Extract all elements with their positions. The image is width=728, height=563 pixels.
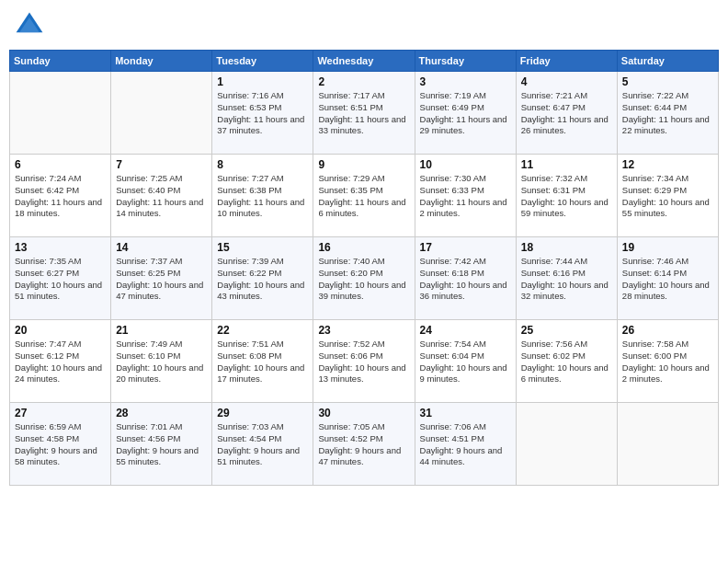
calendar-cell: 28Sunrise: 7:01 AM Sunset: 4:56 PM Dayli…	[111, 403, 212, 486]
day-number: 3	[420, 75, 511, 88]
calendar-cell: 7Sunrise: 7:25 AM Sunset: 6:40 PM Daylig…	[111, 155, 212, 237]
day-number: 29	[217, 407, 308, 419]
calendar-cell: 20Sunrise: 7:47 AM Sunset: 6:12 PM Dayli…	[10, 320, 111, 403]
day-content: Sunrise: 7:24 AM Sunset: 6:42 PM Dayligh…	[15, 173, 106, 220]
day-number: 25	[521, 324, 612, 337]
calendar-cell: 26Sunrise: 7:58 AM Sunset: 6:00 PM Dayli…	[617, 320, 718, 403]
calendar-cell	[10, 72, 111, 155]
calendar-cell: 19Sunrise: 7:46 AM Sunset: 6:14 PM Dayli…	[617, 237, 718, 320]
day-number: 11	[521, 158, 612, 171]
day-number: 14	[116, 241, 207, 254]
week-row-1: 1Sunrise: 7:16 AM Sunset: 6:53 PM Daylig…	[10, 72, 719, 155]
day-number: 13	[15, 241, 106, 254]
day-content: Sunrise: 7:25 AM Sunset: 6:40 PM Dayligh…	[116, 173, 207, 220]
day-content: Sunrise: 7:17 AM Sunset: 6:51 PM Dayligh…	[318, 90, 409, 137]
day-content: Sunrise: 7:42 AM Sunset: 6:18 PM Dayligh…	[420, 256, 511, 303]
day-number: 2	[318, 75, 409, 88]
calendar-cell: 16Sunrise: 7:40 AM Sunset: 6:20 PM Dayli…	[313, 237, 415, 320]
day-number: 30	[318, 407, 409, 419]
day-content: Sunrise: 7:34 AM Sunset: 6:29 PM Dayligh…	[622, 173, 713, 220]
day-content: Sunrise: 7:40 AM Sunset: 6:20 PM Dayligh…	[318, 256, 409, 303]
day-content: Sunrise: 7:06 AM Sunset: 4:51 PM Dayligh…	[420, 421, 511, 468]
calendar-cell: 15Sunrise: 7:39 AM Sunset: 6:22 PM Dayli…	[212, 237, 313, 320]
day-content: Sunrise: 7:37 AM Sunset: 6:25 PM Dayligh…	[116, 256, 207, 303]
calendar-cell: 13Sunrise: 7:35 AM Sunset: 6:27 PM Dayli…	[10, 237, 111, 320]
day-content: Sunrise: 7:47 AM Sunset: 6:12 PM Dayligh…	[15, 339, 106, 385]
day-content: Sunrise: 7:29 AM Sunset: 6:35 PM Dayligh…	[318, 173, 409, 220]
calendar-cell: 18Sunrise: 7:44 AM Sunset: 6:16 PM Dayli…	[516, 237, 617, 320]
day-content: Sunrise: 6:59 AM Sunset: 4:58 PM Dayligh…	[15, 421, 106, 468]
day-number: 15	[217, 241, 308, 254]
calendar-cell: 3Sunrise: 7:19 AM Sunset: 6:49 PM Daylig…	[415, 72, 516, 155]
day-number: 17	[420, 241, 511, 254]
calendar-cell: 14Sunrise: 7:37 AM Sunset: 6:25 PM Dayli…	[111, 237, 212, 320]
weekday-header-row: SundayMondayTuesdayWednesdayThursdayFrid…	[10, 51, 719, 72]
calendar-cell: 5Sunrise: 7:22 AM Sunset: 6:44 PM Daylig…	[617, 72, 718, 155]
day-number: 21	[116, 324, 207, 337]
day-content: Sunrise: 7:54 AM Sunset: 6:04 PM Dayligh…	[420, 339, 511, 385]
day-content: Sunrise: 7:35 AM Sunset: 6:27 PM Dayligh…	[15, 256, 106, 303]
calendar-cell: 29Sunrise: 7:03 AM Sunset: 4:54 PM Dayli…	[212, 403, 313, 486]
calendar-cell: 8Sunrise: 7:27 AM Sunset: 6:38 PM Daylig…	[212, 155, 313, 237]
calendar-cell: 17Sunrise: 7:42 AM Sunset: 6:18 PM Dayli…	[415, 237, 516, 320]
day-number: 8	[217, 158, 308, 171]
day-number: 7	[116, 158, 207, 171]
day-content: Sunrise: 7:58 AM Sunset: 6:00 PM Dayligh…	[622, 339, 713, 385]
week-row-3: 13Sunrise: 7:35 AM Sunset: 6:27 PM Dayli…	[10, 237, 719, 320]
week-row-4: 20Sunrise: 7:47 AM Sunset: 6:12 PM Dayli…	[10, 320, 719, 403]
calendar-cell: 10Sunrise: 7:30 AM Sunset: 6:33 PM Dayli…	[415, 155, 516, 237]
day-content: Sunrise: 7:19 AM Sunset: 6:49 PM Dayligh…	[420, 90, 511, 137]
day-number: 1	[217, 75, 308, 88]
day-content: Sunrise: 7:03 AM Sunset: 4:54 PM Dayligh…	[217, 421, 308, 468]
calendar-cell	[516, 403, 617, 486]
day-number: 24	[420, 324, 511, 337]
day-number: 16	[318, 241, 409, 254]
day-content: Sunrise: 7:27 AM Sunset: 6:38 PM Dayligh…	[217, 173, 308, 220]
day-number: 6	[15, 158, 106, 171]
calendar-cell: 12Sunrise: 7:34 AM Sunset: 6:29 PM Dayli…	[617, 155, 718, 237]
day-content: Sunrise: 7:30 AM Sunset: 6:33 PM Dayligh…	[420, 173, 511, 220]
calendar-cell	[617, 403, 718, 486]
calendar-cell: 23Sunrise: 7:52 AM Sunset: 6:06 PM Dayli…	[313, 320, 415, 403]
weekday-header-thursday: Thursday	[415, 51, 516, 72]
week-row-5: 27Sunrise: 6:59 AM Sunset: 4:58 PM Dayli…	[10, 403, 719, 486]
day-number: 28	[116, 407, 207, 419]
day-number: 12	[622, 158, 713, 171]
calendar-cell: 6Sunrise: 7:24 AM Sunset: 6:42 PM Daylig…	[10, 155, 111, 237]
calendar-cell: 24Sunrise: 7:54 AM Sunset: 6:04 PM Dayli…	[415, 320, 516, 403]
calendar-cell: 4Sunrise: 7:21 AM Sunset: 6:47 PM Daylig…	[516, 72, 617, 155]
day-content: Sunrise: 7:49 AM Sunset: 6:10 PM Dayligh…	[116, 339, 207, 385]
calendar-cell: 9Sunrise: 7:29 AM Sunset: 6:35 PM Daylig…	[313, 155, 415, 237]
day-content: Sunrise: 7:39 AM Sunset: 6:22 PM Dayligh…	[217, 256, 308, 303]
calendar-table: SundayMondayTuesdayWednesdayThursdayFrid…	[9, 50, 719, 486]
calendar-cell: 22Sunrise: 7:51 AM Sunset: 6:08 PM Dayli…	[212, 320, 313, 403]
day-number: 10	[420, 158, 511, 171]
calendar-cell: 11Sunrise: 7:32 AM Sunset: 6:31 PM Dayli…	[516, 155, 617, 237]
day-number: 20	[15, 324, 106, 337]
weekday-header-monday: Monday	[111, 51, 212, 72]
calendar-cell: 25Sunrise: 7:56 AM Sunset: 6:02 PM Dayli…	[516, 320, 617, 403]
calendar-cell	[111, 72, 212, 155]
day-content: Sunrise: 7:44 AM Sunset: 6:16 PM Dayligh…	[521, 256, 612, 303]
weekday-header-tuesday: Tuesday	[212, 51, 313, 72]
day-content: Sunrise: 7:05 AM Sunset: 4:52 PM Dayligh…	[318, 421, 409, 468]
calendar-cell: 30Sunrise: 7:05 AM Sunset: 4:52 PM Dayli…	[313, 403, 415, 486]
day-content: Sunrise: 7:46 AM Sunset: 6:14 PM Dayligh…	[622, 256, 713, 303]
day-number: 22	[217, 324, 308, 337]
weekday-header-sunday: Sunday	[10, 51, 111, 72]
day-content: Sunrise: 7:22 AM Sunset: 6:44 PM Dayligh…	[622, 90, 713, 137]
day-number: 9	[318, 158, 409, 171]
day-number: 5	[622, 75, 713, 88]
weekday-header-saturday: Saturday	[617, 51, 718, 72]
logo	[13, 9, 50, 42]
calendar-cell: 31Sunrise: 7:06 AM Sunset: 4:51 PM Dayli…	[415, 403, 516, 486]
week-row-2: 6Sunrise: 7:24 AM Sunset: 6:42 PM Daylig…	[10, 155, 719, 237]
day-number: 19	[622, 241, 713, 254]
day-number: 31	[420, 407, 511, 419]
weekday-header-wednesday: Wednesday	[313, 51, 415, 72]
day-content: Sunrise: 7:52 AM Sunset: 6:06 PM Dayligh…	[318, 339, 409, 385]
logo-icon	[13, 9, 46, 42]
day-number: 18	[521, 241, 612, 254]
weekday-header-friday: Friday	[516, 51, 617, 72]
day-content: Sunrise: 7:51 AM Sunset: 6:08 PM Dayligh…	[217, 339, 308, 385]
